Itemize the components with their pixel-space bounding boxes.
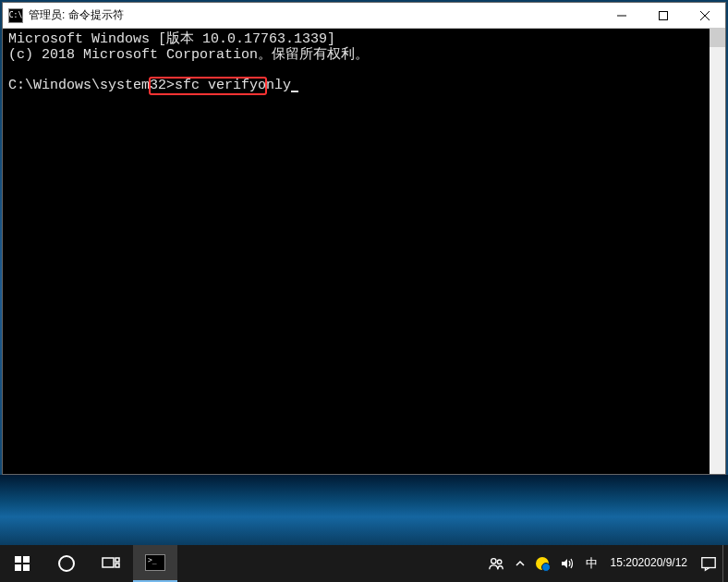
svg-rect-8 <box>103 558 114 567</box>
command-prompt-window: C:\ 管理员: 命令提示符 Microsoft Windows [版本 10.… <box>2 2 726 475</box>
svg-rect-7 <box>23 564 30 571</box>
terminal-content[interactable]: Microsoft Windows [版本 10.0.17763.1339] (… <box>3 29 725 474</box>
onedrive-icon <box>536 557 549 570</box>
svg-rect-6 <box>15 564 21 571</box>
minimize-button[interactable] <box>601 3 642 29</box>
system-tray: 中 15:20 2020/9/12 <box>482 545 728 582</box>
time-text: 15:20 <box>611 556 638 571</box>
terminal-line: Microsoft Windows [版本 10.0.17763.1339] <box>8 31 335 47</box>
window-title: 管理员: 命令提示符 <box>29 7 601 23</box>
cmd-taskbar-button[interactable] <box>133 545 177 582</box>
cmd-icon: C:\ <box>8 8 23 23</box>
cmd-taskbar-icon <box>145 554 165 571</box>
clock[interactable]: 15:20 2020/9/12 <box>603 545 695 582</box>
cortana-icon <box>58 555 75 572</box>
terminal-line: (c) 2018 Microsoft Corporation。保留所有权利。 <box>8 47 369 63</box>
start-button[interactable] <box>0 545 44 582</box>
ime-indicator[interactable]: 中 <box>580 545 603 582</box>
date-text: 2020/9/12 <box>638 556 687 571</box>
taskbar: 中 15:20 2020/9/12 <box>0 545 728 582</box>
terminal-prompt: C:\Windows\system32> <box>8 78 175 93</box>
maximize-button[interactable] <box>642 3 684 29</box>
scrollbar-thumb[interactable] <box>710 29 725 47</box>
notification-button[interactable] <box>695 545 722 582</box>
taskbar-left <box>0 545 177 582</box>
desktop-wallpaper[interactable] <box>0 475 728 545</box>
svg-point-12 <box>497 560 502 564</box>
svg-rect-4 <box>15 556 21 563</box>
svg-rect-13 <box>702 558 715 568</box>
svg-rect-9 <box>115 558 119 562</box>
tray-chevron[interactable] <box>510 545 530 582</box>
cursor <box>291 91 298 92</box>
people-button[interactable] <box>482 545 510 582</box>
volume-tray-icon[interactable] <box>554 545 580 582</box>
close-button[interactable] <box>684 3 725 29</box>
terminal-command: sfc verifyonly <box>175 78 291 93</box>
svg-point-11 <box>491 559 495 564</box>
show-desktop-button[interactable] <box>722 545 728 582</box>
onedrive-tray-icon[interactable] <box>530 545 554 582</box>
window-controls <box>601 3 725 29</box>
taskview-button[interactable] <box>89 545 133 582</box>
scrollbar[interactable] <box>710 29 725 474</box>
cortana-button[interactable] <box>44 545 89 582</box>
taskbar-spacer <box>177 545 482 582</box>
titlebar[interactable]: C:\ 管理员: 命令提示符 <box>3 3 725 29</box>
svg-rect-10 <box>115 564 119 567</box>
svg-rect-5 <box>23 556 30 563</box>
svg-rect-1 <box>659 11 667 19</box>
